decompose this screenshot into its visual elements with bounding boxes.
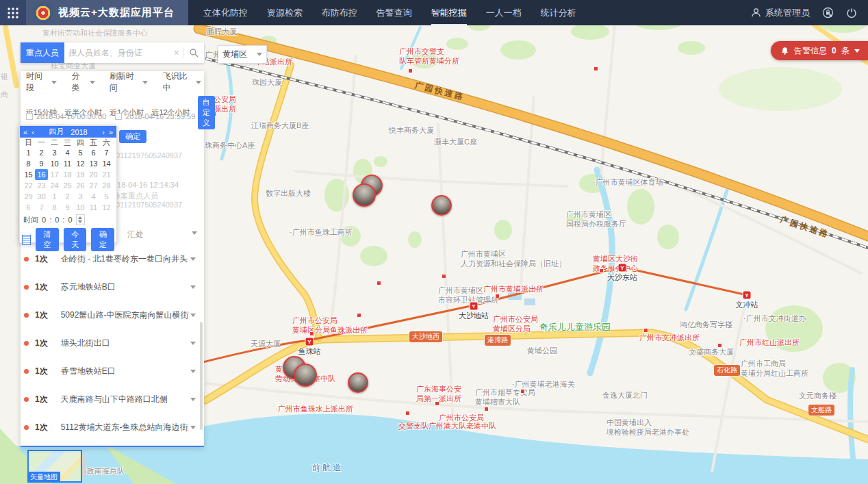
- calendar-day-cell[interactable]: 7: [35, 202, 48, 213]
- person-photo-marker[interactable]: [348, 372, 368, 393]
- today-button[interactable]: 今天: [64, 228, 87, 251]
- calendar-day-cell[interactable]: 7: [100, 147, 113, 158]
- clear-button[interactable]: 清空: [36, 228, 59, 251]
- nav-item[interactable]: 一人一档: [486, 0, 522, 24]
- time-seconds[interactable]: 0: [68, 216, 72, 224]
- calendar-day-cell[interactable]: 5: [74, 147, 87, 158]
- calendar-day-cell[interactable]: 23: [35, 180, 48, 191]
- calendar-day-cell[interactable]: 1: [48, 191, 61, 202]
- person-photo-marker[interactable]: [431, 195, 452, 216]
- chevron-down-icon[interactable]: [190, 342, 196, 345]
- calendar-day-cell[interactable]: 16: [35, 169, 48, 180]
- calendar-day-cell[interactable]: 21: [100, 169, 113, 180]
- calendar-day-cell[interactable]: 14: [100, 158, 113, 169]
- calendar-last-button[interactable]: »: [109, 128, 113, 136]
- list-item[interactable]: 1次塘头北街出口: [21, 329, 204, 357]
- list-item[interactable]: 1次香雪地铁站E口: [21, 357, 204, 385]
- person-photo-marker[interactable]: [353, 183, 376, 207]
- apps-grid-icon[interactable]: [0, 0, 26, 25]
- calendar-prev-button[interactable]: ‹: [31, 128, 34, 136]
- chevron-down-icon[interactable]: [190, 370, 196, 373]
- date-start-field[interactable]: 2018-04-16 00:00:00: [26, 112, 106, 120]
- filter-dropdown[interactable]: 刷新时间: [110, 71, 149, 94]
- calendar-day-cell[interactable]: 4: [61, 147, 74, 158]
- calendar-month[interactable]: 四月: [49, 127, 64, 137]
- calendar-day-cell[interactable]: 20: [87, 169, 100, 180]
- calendar-day-cell[interactable]: 19: [74, 169, 87, 180]
- calendar-day-cell[interactable]: 9: [35, 158, 48, 169]
- nav-item[interactable]: 统计分析: [541, 0, 576, 24]
- calendar-day-cell[interactable]: 9: [61, 202, 74, 213]
- time-spinner[interactable]: [76, 214, 85, 225]
- calendar-grid-icon[interactable]: [22, 235, 31, 245]
- calendar-day-cell[interactable]: 4: [87, 191, 100, 202]
- calendar-day-cell[interactable]: 22: [22, 180, 35, 191]
- list-item[interactable]: 1次苏元地铁站B口: [21, 273, 204, 301]
- power-icon[interactable]: [846, 8, 857, 18]
- minimap-mode-label[interactable]: 矢量地图: [27, 472, 60, 483]
- calendar-day-cell[interactable]: 6: [22, 202, 35, 213]
- calendar-day-cell[interactable]: 15: [22, 169, 35, 180]
- filter-dropdown[interactable]: 分类: [71, 71, 94, 94]
- calendar-day-cell[interactable]: 17: [48, 169, 61, 180]
- calendar-day-cell[interactable]: 25: [61, 180, 74, 191]
- calendar-day-cell[interactable]: 10: [48, 158, 61, 169]
- list-item[interactable]: 1次5112黄埔大道东-鱼珠总站向海边街（全）: [21, 413, 204, 442]
- chevron-down-icon[interactable]: [190, 314, 196, 317]
- calendar-day-cell[interactable]: 13: [87, 158, 100, 169]
- calendar-day-cell[interactable]: 1: [22, 147, 35, 158]
- calendar-day-cell[interactable]: 2: [35, 147, 48, 158]
- nav-item[interactable]: 资源检索: [267, 0, 303, 24]
- calendar-day-cell[interactable]: 12: [74, 158, 87, 169]
- date-end-field[interactable]: 2018-04-16 23:59:59: [115, 112, 195, 120]
- calendar-day-cell[interactable]: 28: [100, 180, 113, 191]
- person-photo-marker[interactable]: [294, 364, 317, 387]
- search-input[interactable]: [64, 48, 170, 58]
- calendar-day-cell[interactable]: 12: [100, 202, 113, 213]
- custom-time-button[interactable]: 自定义: [198, 96, 215, 129]
- security-lock-icon[interactable]: [822, 7, 834, 18]
- confirm-button[interactable]: 确定: [91, 228, 114, 251]
- filter-dropdown[interactable]: 飞识比中: [162, 71, 201, 94]
- user-menu[interactable]: 系统管理员: [751, 7, 810, 19]
- calendar-day-cell[interactable]: 11: [87, 202, 100, 213]
- calendar-day-cell[interactable]: 24: [48, 180, 61, 191]
- calendar-day-cell[interactable]: 11: [61, 158, 74, 169]
- calendar-day-cell[interactable]: 27: [87, 180, 100, 191]
- chevron-down-icon[interactable]: [190, 257, 196, 261]
- list-item[interactable]: 1次天鹿南路与山下中路路口北侧: [21, 385, 204, 413]
- chevron-down-icon[interactable]: [192, 231, 197, 235]
- calendar-day-cell[interactable]: 18: [61, 169, 74, 180]
- district-selector[interactable]: 黄埔区: [218, 45, 267, 64]
- calendar-first-button[interactable]: «: [23, 128, 27, 136]
- nav-item[interactable]: 智能挖掘: [431, 0, 467, 25]
- alert-info-pill[interactable]: 告警信息 0 条: [771, 41, 868, 60]
- clear-icon[interactable]: ×: [170, 47, 183, 58]
- nav-item[interactable]: 告警查询: [376, 0, 412, 24]
- calendar-day-cell[interactable]: 8: [22, 158, 35, 169]
- panel-scrollbar[interactable]: [200, 322, 203, 430]
- chevron-down-icon[interactable]: [190, 398, 196, 401]
- calendar-year[interactable]: 2018: [71, 128, 87, 136]
- calendar-day-cell[interactable]: 3: [74, 191, 87, 202]
- list-item[interactable]: 1次5092蟹山路-中医院东南向蟹山横街: [21, 301, 204, 329]
- search-icon[interactable]: [183, 48, 204, 58]
- nav-item[interactable]: 立体化防控: [203, 0, 248, 24]
- chevron-down-icon[interactable]: [190, 285, 196, 289]
- calendar-day-cell[interactable]: 10: [74, 202, 87, 213]
- calendar-day-cell[interactable]: 30: [35, 191, 48, 202]
- calendar-day-cell[interactable]: 6: [87, 147, 100, 158]
- calendar-day-cell[interactable]: 2: [61, 191, 74, 202]
- time-hours[interactable]: 0: [42, 216, 46, 224]
- tab-key-person[interactable]: 重点人员: [21, 42, 64, 63]
- time-minutes[interactable]: 0: [55, 216, 59, 224]
- filter-dropdown[interactable]: 时间段: [26, 71, 57, 94]
- minimap[interactable]: 矢量地图: [27, 450, 82, 483]
- calendar-day-cell[interactable]: 5: [100, 191, 113, 202]
- calendar-next-button[interactable]: ›: [102, 128, 105, 136]
- calendar-day-cell[interactable]: 8: [48, 202, 61, 213]
- confirm-top-button[interactable]: 确定: [119, 130, 146, 143]
- calendar-day-cell[interactable]: 26: [74, 180, 87, 191]
- calendar-day-cell[interactable]: 3: [48, 147, 61, 158]
- calendar-day-cell[interactable]: 29: [22, 191, 35, 202]
